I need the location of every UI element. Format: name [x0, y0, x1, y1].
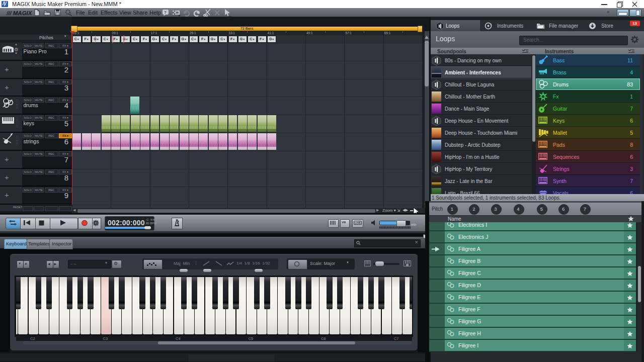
svg-text:?: ? [164, 10, 167, 15]
